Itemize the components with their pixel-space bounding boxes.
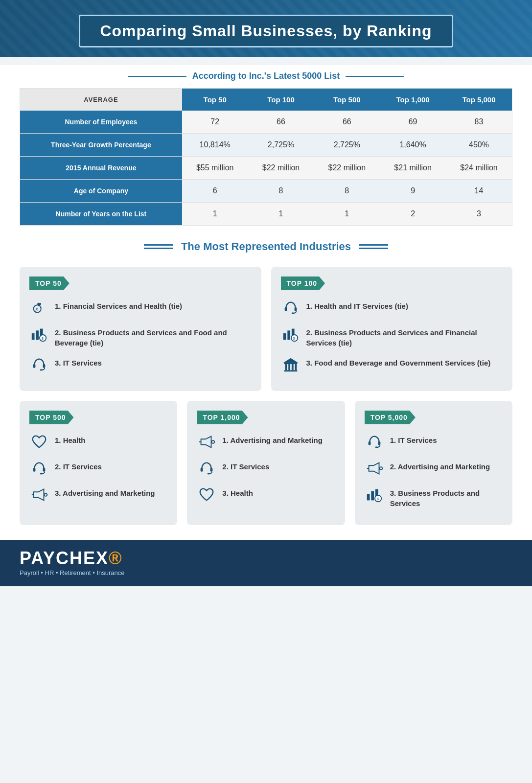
industry-item: $ 1. Financial Services and Health (tie) — [29, 298, 252, 318]
box-tag-top100: TOP 100 — [281, 276, 325, 290]
item-text: 3. Business Products and Services — [390, 485, 503, 508]
svg-rect-36 — [208, 473, 210, 475]
footer-logo: PAYCHEX® Payroll • HR • Retirement • Ins… — [20, 550, 125, 576]
item-text: 2. IT Services — [55, 459, 102, 472]
svg-text:$: $ — [35, 307, 38, 312]
box-tag-top500: TOP 500 — [29, 411, 74, 424]
industry-box-top100: TOP 100 1. Health and IT Services (tie) — [271, 267, 513, 391]
cell: 72 — [182, 111, 248, 134]
cell: 9 — [380, 180, 446, 203]
svg-rect-2 — [32, 333, 35, 340]
row-label-age: Age of Company — [20, 180, 182, 203]
item-text: 2. Business Products and Services and Fi… — [306, 324, 503, 348]
svg-rect-19 — [284, 363, 297, 364]
cell: 2,725% — [248, 134, 314, 157]
row-label-growth: Three-Year Growth Percentage — [20, 134, 182, 157]
cell: $22 million — [248, 157, 314, 180]
industries-header: The Most Represented Industries — [20, 240, 512, 253]
cell: $22 million — [314, 157, 380, 180]
cell: 6 — [182, 180, 248, 203]
svg-rect-34 — [201, 468, 203, 472]
industry-item: 1. IT Services — [365, 432, 503, 452]
col-top100: Top 100 — [248, 89, 314, 111]
deco-line — [359, 248, 388, 249]
svg-rect-21 — [288, 364, 290, 370]
headset5-icon — [365, 432, 384, 452]
industry-item: $ 2. Business Products and Services and … — [29, 324, 252, 348]
table-row: 2015 Annual Revenue $55 million $22 mill… — [20, 157, 512, 180]
svg-marker-28 — [34, 489, 44, 501]
item-text: 2. Business Products and Services and Fo… — [55, 324, 252, 348]
svg-rect-43 — [367, 494, 370, 500]
cell: 8 — [314, 180, 380, 203]
item-text: 1. Health — [55, 432, 86, 445]
table-row: Number of Years on the List 1 1 1 2 3 — [20, 203, 512, 226]
item-text: 1. Financial Services and Health (tie) — [55, 298, 182, 311]
industry-item: $ 2. Business Products and Services and … — [281, 324, 503, 348]
headset4-icon — [197, 459, 216, 478]
table-row: Age of Company 6 8 8 9 14 — [20, 180, 512, 203]
cell: $55 million — [182, 157, 248, 180]
industry-box-top500: TOP 500 1. Health — [20, 401, 177, 525]
subtitle-line: According to Inc.'s Latest 5000 List — [20, 65, 512, 83]
svg-rect-3 — [36, 330, 39, 340]
item-text: 1. Advertising and Marketing — [222, 432, 323, 445]
industry-row-bottom: TOP 500 1. Health — [20, 401, 512, 525]
box-tag-top1000: TOP 1,000 — [197, 411, 248, 424]
cell: 1 — [182, 203, 248, 226]
chart-money2-icon: $ — [281, 324, 301, 344]
svg-rect-18 — [284, 370, 297, 371]
cell: $21 million — [380, 157, 446, 180]
svg-rect-11 — [294, 307, 297, 311]
cell: 10,814% — [182, 134, 248, 157]
main-wrapper: Comparing Small Businesses, by Ranking A… — [0, 0, 532, 586]
industry-item: 3. Health — [197, 485, 335, 505]
money-heart-icon: $ — [29, 298, 49, 318]
megaphone3-icon — [365, 459, 384, 478]
row-label-years: Number of Years on the List — [20, 203, 182, 226]
svg-rect-12 — [291, 313, 294, 314]
item-text: 3. Food and Beverage and Government Serv… — [306, 355, 491, 368]
svg-rect-9 — [40, 369, 43, 371]
headset-icon — [29, 355, 49, 374]
industry-item: 3. IT Services — [29, 355, 252, 374]
megaphone-icon — [29, 485, 49, 505]
industry-item: 1. Advertising and Marketing — [197, 432, 335, 452]
industry-box-top5000: TOP 5,000 1. IT Services — [355, 401, 512, 525]
deco-line — [144, 248, 173, 249]
logo-mark: ® — [109, 548, 123, 568]
deco-lines-left — [144, 244, 173, 249]
chart-money-icon: $ — [29, 324, 49, 344]
cell: $24 million — [446, 157, 512, 180]
heart2-icon — [197, 485, 216, 505]
table-row: Three-Year Growth Percentage 10,814% 2,7… — [20, 134, 512, 157]
svg-marker-24 — [283, 358, 298, 363]
item-text: 3. Health — [222, 485, 253, 498]
cell: 1 — [248, 203, 314, 226]
main-title: Comparing Small Businesses, by Ranking — [100, 22, 432, 40]
logo-text: PAYCHEX® — [20, 550, 125, 567]
industry-box-top1000: TOP 1,000 1. Advertising and Marketing — [187, 401, 345, 525]
deco-line — [144, 244, 173, 246]
svg-rect-35 — [210, 468, 213, 472]
row-label-employees: Number of Employees — [20, 111, 182, 134]
svg-rect-23 — [295, 364, 297, 370]
cell: 69 — [380, 111, 446, 134]
item-text: 3. IT Services — [55, 355, 102, 368]
svg-marker-40 — [369, 463, 379, 474]
svg-point-30 — [44, 493, 47, 496]
footer: PAYCHEX® Payroll • HR • Retirement • Ins… — [0, 540, 532, 586]
cell: 3 — [446, 203, 512, 226]
svg-rect-37 — [368, 441, 370, 445]
chart-money3-icon: $ — [365, 485, 384, 505]
svg-rect-20 — [285, 364, 287, 370]
cell: 1,640% — [380, 134, 446, 157]
table-row: Number of Employees 72 66 66 69 83 — [20, 111, 512, 134]
headset2-icon — [281, 298, 301, 318]
cell: 8 — [248, 180, 314, 203]
table-avg-header: AVERAGE — [20, 89, 182, 111]
svg-rect-26 — [43, 468, 46, 472]
svg-rect-13 — [283, 333, 286, 340]
industry-item: 3. Advertising and Marketing — [29, 485, 167, 505]
col-top500: Top 500 — [314, 89, 380, 111]
